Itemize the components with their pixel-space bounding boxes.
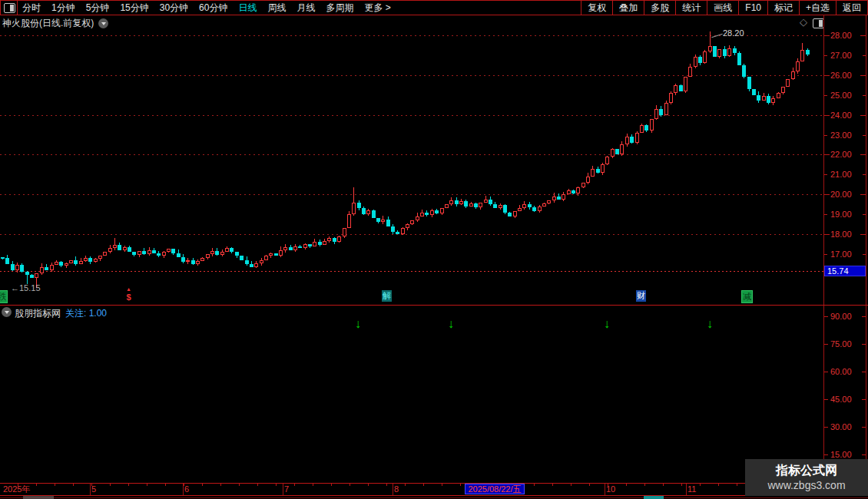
y-axis-label: 23.00 xyxy=(830,131,852,140)
candle xyxy=(464,201,468,206)
menu-item-10[interactable]: 更多 > xyxy=(359,1,396,15)
candle xyxy=(84,258,88,261)
candle xyxy=(635,133,639,143)
action-item-4[interactable]: 画线 xyxy=(707,1,738,15)
layout-split-icon[interactable] xyxy=(4,3,15,13)
candle xyxy=(420,213,424,216)
candle xyxy=(186,260,190,263)
candle xyxy=(289,247,293,250)
menu-item-7[interactable]: 周线 xyxy=(262,1,291,15)
candle xyxy=(640,125,644,133)
candle xyxy=(196,261,200,264)
indicator-param: 关注: 1.00 xyxy=(65,307,107,320)
last-price-box: 15.74 xyxy=(824,266,866,276)
candle xyxy=(410,220,414,224)
candle xyxy=(30,275,34,278)
candle xyxy=(313,242,316,246)
candle xyxy=(303,244,307,248)
y-axis-label: 26.00 xyxy=(830,71,852,80)
candle xyxy=(225,248,229,252)
candle xyxy=(684,77,687,91)
menu-item-2[interactable]: 5分钟 xyxy=(81,1,115,15)
menu-item-3[interactable]: 15分钟 xyxy=(114,1,154,15)
candle xyxy=(469,203,473,207)
candle xyxy=(796,61,800,71)
candle xyxy=(98,256,102,259)
action-item-2[interactable]: 多股 xyxy=(644,1,675,15)
event-marker-减: 减 xyxy=(741,290,753,303)
y-axis-tick xyxy=(824,194,830,195)
y-axis-tick-right xyxy=(860,194,866,195)
candle xyxy=(191,260,195,264)
candle xyxy=(742,65,746,78)
candle xyxy=(274,253,278,256)
timeline-bottom-line xyxy=(0,495,868,496)
candle xyxy=(786,79,790,87)
y-axis-tick xyxy=(824,135,827,136)
menu-item-8[interactable]: 月线 xyxy=(291,1,320,15)
candle xyxy=(474,203,478,207)
candle xyxy=(791,71,795,79)
candle xyxy=(381,220,385,223)
menu-item-9[interactable]: 多周期 xyxy=(320,1,359,15)
event-marker-财: 财 xyxy=(636,290,646,302)
action-item-1[interactable]: 叠加 xyxy=(612,1,644,15)
action-item-3[interactable]: 统计 xyxy=(675,1,707,15)
sub-axis-tick xyxy=(824,344,828,345)
menu-item-0[interactable]: 分时 xyxy=(17,1,46,15)
action-item-8[interactable]: 返回 xyxy=(836,1,867,15)
candle xyxy=(723,49,727,56)
indicator-chevron-down-icon[interactable] xyxy=(2,307,12,317)
candle xyxy=(650,119,654,131)
sell-signal-arrow-icon: ↓ xyxy=(604,317,610,331)
sub-axis-label: 45.00 xyxy=(830,395,852,404)
candle xyxy=(601,164,605,172)
candle xyxy=(669,93,673,103)
menu-item-4[interactable]: 30分钟 xyxy=(154,1,194,15)
clipped-pane-text xyxy=(23,496,54,499)
candle xyxy=(210,251,214,254)
candle xyxy=(552,197,556,200)
candle xyxy=(747,77,751,89)
candle xyxy=(596,169,600,173)
candle xyxy=(25,272,29,275)
candle xyxy=(455,200,459,204)
candle xyxy=(733,48,737,53)
candle xyxy=(727,48,731,56)
action-item-6[interactable]: 标记 xyxy=(767,1,799,15)
clipped-pane-glyph xyxy=(644,496,664,499)
sell-signal-arrow-icon: ↓ xyxy=(707,317,713,331)
menu-item-5[interactable]: 60分钟 xyxy=(194,1,233,15)
candle xyxy=(396,232,399,234)
candle xyxy=(88,258,92,262)
candle xyxy=(293,246,297,250)
candle xyxy=(416,216,419,220)
action-item-7[interactable]: +自选 xyxy=(799,1,836,15)
candle xyxy=(800,50,804,61)
top-toolbar: 分时1分钟5分钟15分钟30分钟60分钟日线周线月线多周期更多 > 复权叠加多股… xyxy=(0,0,868,15)
candle xyxy=(518,208,522,211)
cursor-date-box: 2025/08/22/五 xyxy=(465,484,525,494)
candle xyxy=(581,183,585,187)
action-item-5[interactable]: F10 xyxy=(738,1,767,15)
candle xyxy=(347,214,351,228)
period-menu: 分时1分钟5分钟15分钟30分钟60分钟日线周线月线多周期更多 > xyxy=(17,1,396,15)
candle xyxy=(366,210,370,214)
candle xyxy=(162,252,166,256)
sub-axis-tick xyxy=(824,316,828,317)
candle xyxy=(522,204,526,208)
action-item-0[interactable]: 复权 xyxy=(581,1,612,15)
candle xyxy=(435,210,439,213)
candle xyxy=(215,251,219,255)
menu-item-1[interactable]: 1分钟 xyxy=(46,1,81,15)
candle xyxy=(40,267,44,273)
candle xyxy=(713,46,717,57)
candle xyxy=(362,208,366,214)
candle xyxy=(376,218,380,222)
menu-item-6[interactable]: 日线 xyxy=(233,1,262,15)
candle xyxy=(615,149,619,155)
candle xyxy=(562,194,565,199)
candle xyxy=(11,264,15,270)
candle-wick xyxy=(114,238,115,250)
sub-axis-label: 30.00 xyxy=(830,423,852,431)
